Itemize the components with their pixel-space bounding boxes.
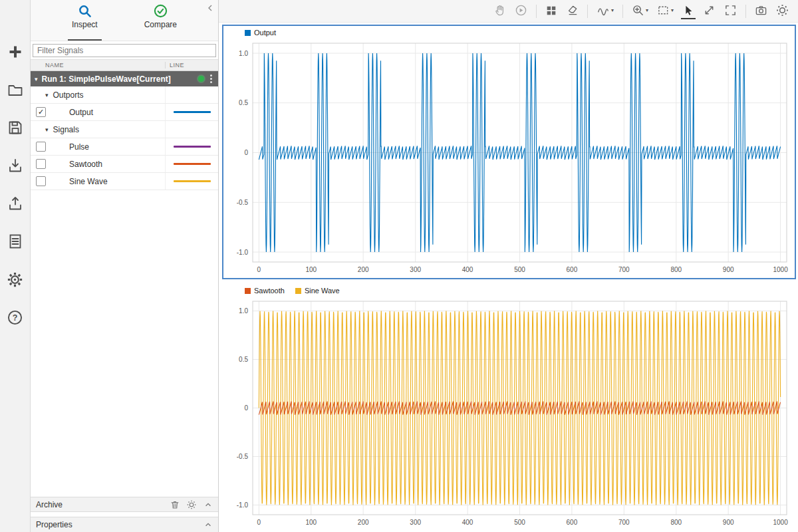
- report-icon: [7, 233, 23, 249]
- line-swatch[interactable]: [174, 146, 211, 148]
- snapshot-button[interactable]: [753, 3, 769, 19]
- plot-output[interactable]: Output 010020030040050060070080090010001…: [222, 25, 796, 279]
- archive-bar[interactable]: Archive: [31, 497, 218, 512]
- collapse-triangle-icon[interactable]: ▾: [45, 92, 49, 98]
- y-tick-label: 0.5: [239, 356, 248, 363]
- archive-label: Archive: [36, 500, 163, 509]
- report-button[interactable]: [5, 232, 25, 251]
- left-toolbar: ?: [0, 0, 31, 532]
- x-tick-label: 200: [358, 519, 369, 526]
- collapse-triangle-icon[interactable]: ▾: [35, 76, 38, 82]
- zoom-in-icon: [632, 4, 644, 17]
- signal-name: Sawtooth: [69, 160, 165, 169]
- y-tick-label: -0.5: [237, 453, 249, 460]
- settings-button[interactable]: [775, 3, 790, 19]
- panel-tabs: Inspect Compare: [31, 0, 218, 41]
- line-swatch[interactable]: [174, 163, 211, 165]
- legend-swatch: [245, 30, 251, 36]
- group-label: Outports: [53, 90, 165, 100]
- zoom-region-button[interactable]: ▾: [656, 3, 675, 19]
- pan-tool-button[interactable]: [492, 3, 507, 19]
- properties-bar[interactable]: Properties: [31, 517, 218, 532]
- export-button[interactable]: [5, 194, 25, 213]
- run-label: Run 1: SimplePulseWave[Current]: [42, 74, 194, 84]
- legend-swatch: [295, 288, 301, 294]
- expand-diagonal-icon: [703, 4, 716, 17]
- signal-row-pulse[interactable]: Pulse: [31, 138, 218, 156]
- plots-container: Output 010020030040050060070080090010001…: [219, 23, 798, 532]
- pulse-checkbox[interactable]: [36, 142, 46, 152]
- filter-row: [31, 41, 218, 59]
- line-swatch[interactable]: [174, 111, 211, 113]
- fullscreen-brackets-icon: [724, 4, 737, 17]
- trash-icon[interactable]: [170, 499, 180, 509]
- signal-name: Output: [69, 108, 165, 117]
- x-tick-label: 700: [618, 266, 630, 273]
- signal-style-button[interactable]: ▾: [595, 3, 615, 19]
- group-row-outports[interactable]: ▾ Outports: [31, 86, 218, 104]
- gear-icon: [7, 271, 23, 288]
- plus-icon: [7, 44, 23, 60]
- signal-row-sawtooth[interactable]: Sawtooth: [31, 156, 218, 173]
- x-tick-label: 400: [462, 266, 473, 273]
- gear-icon: [776, 4, 789, 17]
- hand-icon: [493, 4, 506, 17]
- x-tick-label: 600: [567, 519, 578, 526]
- import-button[interactable]: [5, 156, 25, 175]
- sine-wave-checkbox[interactable]: [36, 176, 46, 186]
- save-button[interactable]: [5, 118, 25, 137]
- sawtooth-sine-chart[interactable]: 010020030040050060070080090010001.00.50-…: [223, 297, 795, 531]
- fullscreen-button[interactable]: [723, 3, 738, 19]
- y-tick-label: 0.5: [239, 99, 248, 106]
- x-tick-label: 1000: [773, 519, 788, 526]
- signal-name: Pulse: [69, 142, 165, 152]
- eraser-icon: [566, 4, 579, 17]
- fit-to-view-button[interactable]: [702, 3, 717, 19]
- compare-check-icon: [154, 4, 168, 18]
- open-button[interactable]: [5, 80, 25, 99]
- y-tick-label: -1.0: [237, 249, 249, 256]
- panel-collapse-chevron-icon[interactable]: [206, 3, 215, 12]
- run-active-indicator: [198, 76, 204, 82]
- tab-compare[interactable]: Compare: [140, 4, 181, 41]
- output-checkbox[interactable]: [36, 107, 46, 117]
- column-line: LINE: [165, 62, 218, 68]
- subplot-layout-button[interactable]: [544, 3, 559, 19]
- legend-label: Output: [254, 29, 276, 37]
- y-tick-label: 0: [244, 149, 248, 156]
- help-button[interactable]: ?: [5, 308, 25, 327]
- collapse-triangle-icon[interactable]: ▾: [45, 126, 49, 133]
- legend-item[interactable]: Sine Wave: [295, 287, 340, 295]
- preferences-button[interactable]: [5, 270, 25, 289]
- pointer-tool-button[interactable]: [681, 3, 696, 19]
- run-header[interactable]: ▾ Run 1: SimplePulseWave[Current]: [31, 71, 218, 86]
- plot-legend: SawtoothSine Wave: [223, 284, 795, 297]
- signal-row-output[interactable]: Output: [31, 104, 218, 121]
- group-row-signals[interactable]: ▾ Signals: [31, 121, 218, 138]
- cursor-arrow-icon: [682, 5, 694, 17]
- dashed-region-icon: [657, 4, 670, 17]
- clear-plots-button[interactable]: [565, 3, 580, 19]
- properties-label: Properties: [36, 520, 196, 529]
- properties-collapse-chevron-icon[interactable]: [203, 520, 213, 530]
- filter-signals-input[interactable]: [33, 44, 216, 57]
- grid-layout-icon: [545, 5, 557, 17]
- legend-item[interactable]: Sawtooth: [245, 287, 285, 295]
- y-tick-label: 0: [244, 404, 248, 412]
- output-chart[interactable]: 010020030040050060070080090010001.00.50-…: [223, 39, 795, 278]
- export-icon: [7, 196, 23, 211]
- x-tick-label: 600: [567, 266, 578, 273]
- run-menu-kebab-icon[interactable]: [208, 74, 214, 83]
- tab-inspect[interactable]: Inspect: [68, 4, 102, 41]
- line-swatch[interactable]: [174, 180, 211, 182]
- archive-gear-icon[interactable]: [186, 499, 196, 509]
- sawtooth-checkbox[interactable]: [36, 159, 46, 169]
- plot-sawtooth-sine[interactable]: SawtoothSine Wave 0100200300400500600700…: [222, 283, 796, 532]
- x-tick-label: 300: [410, 266, 421, 273]
- zoom-in-button[interactable]: ▾: [630, 3, 650, 19]
- add-button[interactable]: [5, 43, 25, 61]
- legend-item[interactable]: Output: [245, 29, 276, 37]
- signal-row-sine-wave[interactable]: Sine Wave: [31, 173, 218, 190]
- play-button[interactable]: [513, 3, 529, 19]
- archive-collapse-chevron-icon[interactable]: [203, 499, 213, 509]
